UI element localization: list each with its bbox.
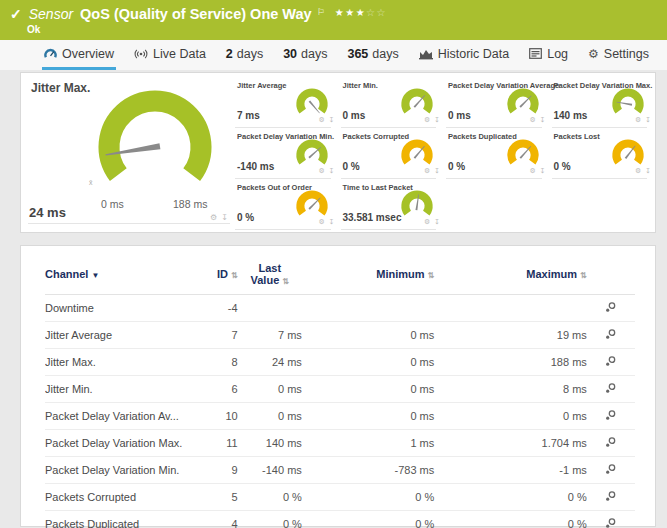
channel-settings-button[interactable] [604, 517, 617, 528]
mini-gauge-value: 0 % [554, 161, 571, 172]
star-icon[interactable]: ★ [356, 7, 366, 18]
table-row: Jitter Max. 8 24 ms 0 ms 188 ms [45, 349, 635, 376]
log-icon [529, 48, 542, 59]
table-row: Packets Duplicated 4 0 % 0 % 0 % [45, 511, 635, 528]
channel-settings-button[interactable] [604, 301, 617, 314]
mini-gauge-title: Time to Last Packet [343, 183, 413, 192]
mini-gauge-cell[interactable]: Packet Delay Variation Average 0 ms ⚙ ↧ [444, 77, 550, 128]
tab-30-days[interactable]: 30days [281, 40, 329, 70]
pin-icon[interactable]: ↧ [434, 218, 441, 225]
channel-name[interactable]: Jitter Min. [45, 376, 198, 403]
main-gauge-cell[interactable]: Jitter Max. x̄ 0 ms 188 ms 24 ms ⚙ ↧ [21, 73, 233, 232]
channel-name[interactable]: Packet Delay Variation Max. [45, 430, 198, 457]
tab-live-data[interactable]: Live Data [132, 40, 208, 70]
channel-settings-button[interactable] [604, 490, 617, 503]
channel-maximum: 0 % [434, 484, 587, 511]
mini-gauge-title: Jitter Min. [343, 81, 378, 90]
column-header-id[interactable]: ID⇅ [198, 252, 238, 295]
column-header-channel[interactable]: Channel▼ [45, 252, 198, 295]
pin-icon[interactable]: ↧ [645, 116, 652, 123]
channel-settings-button[interactable] [604, 355, 617, 368]
edit-channel-icon [604, 463, 617, 476]
gear-icon[interactable]: ⚙ [529, 116, 536, 123]
priority-flag-icon[interactable]: ⚐ [317, 6, 325, 18]
pin-icon[interactable]: ↧ [434, 116, 441, 123]
sensor-tab-bar: OverviewLive Data2days30days365daysHisto… [0, 40, 667, 70]
star-icon[interactable]: ★ [335, 7, 345, 18]
sensor-kind-label: Sensor [29, 6, 73, 22]
pin-icon[interactable]: ↧ [329, 116, 336, 123]
tab-2-days[interactable]: 2days [224, 40, 265, 70]
column-header-maximum[interactable]: Maximum⇅ [434, 252, 587, 295]
channel-minimum: 0 ms [302, 376, 434, 403]
channel-name[interactable]: Packet Delay Variation Av... [45, 403, 198, 430]
star-icon[interactable]: ☆ [366, 7, 376, 18]
pin-icon[interactable]: ↧ [645, 167, 652, 174]
mini-gauge-title: Packets Out of Order [237, 183, 312, 192]
mini-gauge-title: Jitter Average [237, 81, 286, 90]
channel-settings-button[interactable] [604, 436, 617, 449]
mini-gauge-cell[interactable]: Packets Out of Order 0 % ⚙ ↧ [233, 179, 339, 230]
gear-icon[interactable]: ⚙ [635, 116, 642, 123]
gear-icon[interactable]: ⚙ [424, 116, 431, 123]
channel-id: 8 [198, 349, 238, 376]
channel-name[interactable]: Packet Delay Variation Min. [45, 457, 198, 484]
gear-icon[interactable]: ⚙ [635, 167, 642, 174]
mini-gauge-title: Packets Corrupted [343, 132, 410, 141]
gear-icon[interactable]: ⚙ [318, 167, 325, 174]
mini-gauge-value: 0 % [343, 161, 360, 172]
mini-gauge-cell[interactable]: Time to Last Packet 33.581 msec ⚙ ↧ [339, 179, 445, 230]
channel-maximum: 188 ms [434, 349, 587, 376]
channel-name[interactable]: Packets Duplicated [45, 511, 198, 528]
star-icon[interactable]: ★ [345, 7, 355, 18]
channel-name[interactable]: Jitter Max. [45, 349, 198, 376]
gauge-needle [308, 100, 320, 113]
live-data-icon [134, 48, 148, 60]
gear-icon[interactable]: ⚙ [529, 167, 536, 174]
priority-stars[interactable]: ★★★☆☆ [335, 6, 387, 20]
star-icon[interactable]: ☆ [377, 7, 387, 18]
mini-gauge-cell[interactable]: Packets Corrupted 0 % ⚙ ↧ [339, 128, 445, 179]
gear-icon[interactable]: ⚙ [318, 116, 325, 123]
sort-icon: ⇅ [282, 277, 289, 286]
table-row: Downtime -4 [45, 295, 635, 322]
gear-icon[interactable]: ⚙ [318, 218, 325, 225]
mini-gauge-cell[interactable]: Jitter Min. 0 ms ⚙ ↧ [339, 77, 445, 128]
mini-gauge-cell[interactable]: Packet Delay Variation Min. -140 ms ⚙ ↧ [233, 128, 339, 179]
channel-settings-button[interactable] [604, 409, 617, 422]
channel-name[interactable]: Packets Corrupted [45, 484, 198, 511]
gauge-min-label: 0 ms [101, 198, 124, 210]
gear-icon[interactable]: ⚙ [210, 213, 218, 222]
mini-gauge-value: -140 ms [237, 161, 274, 172]
pin-icon[interactable]: ↧ [434, 167, 441, 174]
edit-channel-icon [604, 409, 617, 422]
channel-settings-button[interactable] [604, 463, 617, 476]
gear-icon[interactable]: ⚙ [424, 167, 431, 174]
pin-icon[interactable]: ↧ [540, 167, 547, 174]
channel-settings-button[interactable] [604, 382, 617, 395]
channel-name[interactable]: Downtime [45, 295, 198, 322]
channel-id: 11 [198, 430, 238, 457]
mini-gauge-value: 0 ms [343, 110, 366, 121]
pin-icon[interactable]: ↧ [221, 213, 229, 222]
tab-log[interactable]: Log [527, 40, 570, 70]
mini-gauge-cell[interactable]: Jitter Average 7 ms ⚙ ↧ [233, 77, 339, 128]
channel-name[interactable]: Jitter Average [45, 322, 198, 349]
tab-overview[interactable]: Overview [42, 40, 116, 70]
column-header-minimum[interactable]: Minimum⇅ [302, 252, 434, 295]
tab-historic-data[interactable]: Historic Data [417, 40, 512, 70]
mini-gauge-cell[interactable]: Packets Lost 0 % ⚙ ↧ [550, 128, 656, 179]
channel-settings-button[interactable] [604, 328, 617, 341]
mini-gauge-cell[interactable]: Packet Delay Variation Max. 140 ms ⚙ ↧ [550, 77, 656, 128]
tab-365-days[interactable]: 365days [345, 40, 400, 70]
gear-icon[interactable]: ⚙ [424, 218, 431, 225]
mini-gauge-cell[interactable]: Packets Duplicated 0 % ⚙ ↧ [444, 128, 550, 179]
pin-icon[interactable]: ↧ [329, 167, 336, 174]
pin-icon[interactable]: ↧ [540, 116, 547, 123]
tab-settings[interactable]: ⚙Settings [586, 40, 651, 70]
status-badge: Ok [27, 24, 40, 35]
channel-minimum: 0 ms [302, 349, 434, 376]
pin-icon[interactable]: ↧ [329, 218, 336, 225]
column-header-last-value[interactable]: Last Value⇅ [238, 252, 302, 295]
channel-maximum: 8 ms [434, 376, 587, 403]
